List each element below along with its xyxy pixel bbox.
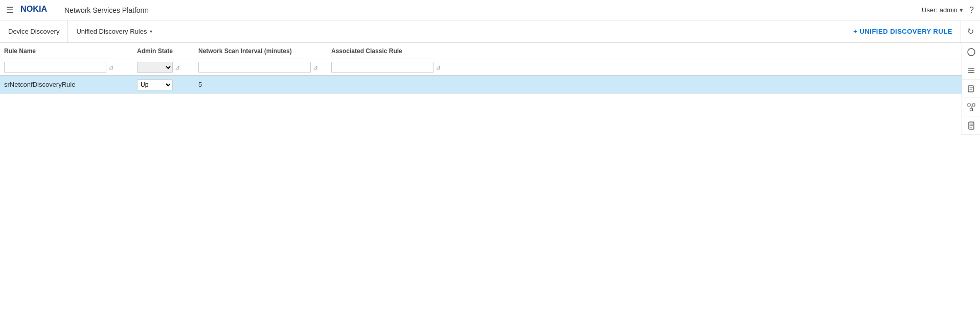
device-discovery-nav[interactable]: Device Discovery (0, 20, 68, 42)
col-header-admin-state: Admin State (137, 47, 198, 55)
unified-dropdown-arrow[interactable]: ▾ (150, 29, 152, 34)
col-header-classic-rule: Associated Classic Rule (331, 47, 960, 55)
app-title: Network Services Platform (64, 6, 922, 14)
svg-text:NOKIA: NOKIA (20, 5, 47, 13)
cell-rule-name: srNetconfDiscoveryRule (4, 81, 137, 88)
hamburger-icon[interactable]: ☰ (6, 5, 13, 15)
refresh-button[interactable]: ↻ (961, 20, 980, 42)
filter-row: ⊿ Up Down ⊿ ⊿ ⊿ (0, 59, 980, 76)
topology-icon[interactable] (962, 98, 980, 116)
filter-classic-rule-cell: ⊿ (331, 62, 960, 73)
svg-rect-7 (968, 104, 970, 106)
filter-admin-state-cell: Up Down ⊿ (137, 62, 198, 73)
svg-rect-3 (968, 68, 974, 69)
svg-rect-5 (968, 72, 974, 73)
svg-rect-4 (968, 70, 974, 71)
col-header-scan-interval: Network Scan Interval (minutes) (198, 47, 331, 55)
user-info: User: admin ▾ (922, 6, 963, 14)
main-table: Rule Name Admin State Network Scan Inter… (0, 43, 980, 94)
doc-list-icon[interactable] (962, 116, 980, 135)
col-header-rule-name: Rule Name (4, 47, 137, 55)
list-view-icon[interactable] (962, 61, 980, 80)
svg-rect-9 (970, 108, 973, 111)
filter-admin-state-icon[interactable]: ⊿ (175, 64, 180, 71)
user-dropdown-arrow[interactable]: ▾ (960, 6, 963, 14)
filter-classic-rule-icon[interactable]: ⊿ (436, 64, 441, 71)
add-unified-discovery-rule-button[interactable]: + UNIFIED DISCOVERY RULE (845, 28, 961, 35)
info-icon[interactable]: i (962, 43, 980, 61)
filter-rule-name-icon[interactable]: ⊿ (108, 64, 113, 71)
table-row[interactable]: srNetconfDiscoveryRule Up Down 5 — (0, 76, 980, 94)
svg-text:i: i (971, 50, 972, 55)
right-sidebar: i (962, 43, 980, 135)
filter-rule-name-cell: ⊿ (4, 62, 137, 73)
filter-classic-rule-input[interactable] (331, 62, 434, 73)
filter-scan-interval-cell: ⊿ (198, 62, 331, 73)
add-rule-label: + UNIFIED DISCOVERY RULE (853, 28, 952, 35)
filter-scan-interval-input[interactable] (198, 62, 311, 73)
svg-rect-8 (972, 104, 975, 106)
cell-scan-interval: 5 (198, 81, 331, 88)
help-icon[interactable]: ? (969, 6, 974, 15)
notes-icon[interactable] (962, 80, 980, 98)
secondary-bar: Device Discovery Unified Discovery Rules… (0, 20, 980, 43)
device-discovery-label: Device Discovery (8, 28, 59, 35)
top-bar: ☰ NOKIA Network Services Platform User: … (0, 0, 980, 20)
cell-classic-rule: — (331, 81, 960, 88)
row-admin-state-select[interactable]: Up Down (137, 79, 173, 90)
nokia-logo: NOKIA (20, 5, 57, 15)
refresh-icon: ↻ (967, 27, 974, 36)
unified-discovery-nav[interactable]: Unified Discovery Rules ▾ (68, 20, 161, 42)
filter-rule-name-input[interactable] (4, 62, 106, 73)
cell-admin-state: Up Down (137, 79, 198, 90)
table-header-row: Rule Name Admin State Network Scan Inter… (0, 43, 980, 59)
filter-scan-interval-icon[interactable]: ⊿ (313, 64, 318, 71)
user-label: User: admin (922, 6, 958, 14)
unified-discovery-label: Unified Discovery Rules (76, 28, 147, 35)
filter-admin-state-select[interactable]: Up Down (137, 62, 173, 73)
svg-rect-6 (968, 86, 973, 92)
